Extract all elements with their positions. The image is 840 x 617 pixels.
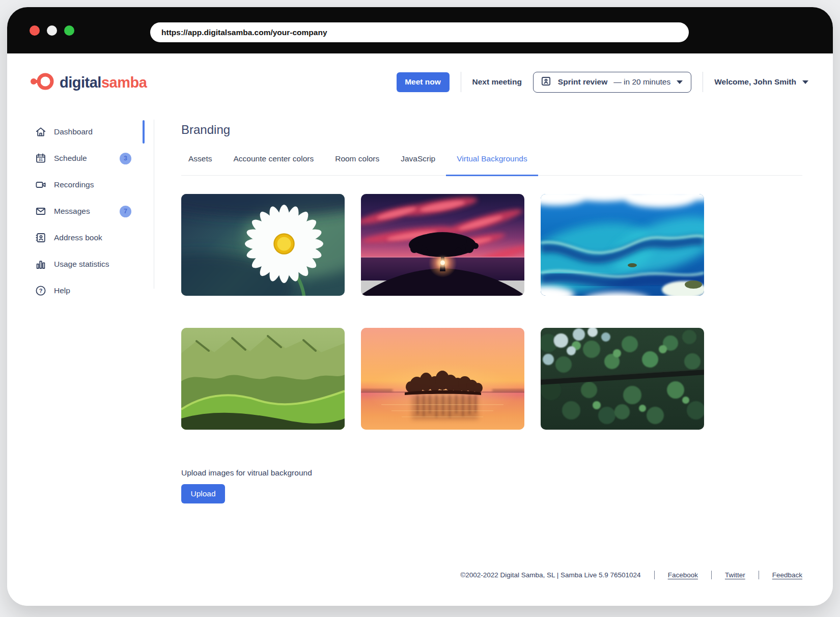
footer-divider xyxy=(711,571,712,579)
upload-caption: Upload images for vitrual background xyxy=(181,468,802,478)
logo-wordmark: digitalsamba xyxy=(60,74,147,91)
footer-divider xyxy=(654,571,655,579)
sidebar-item-recordings[interactable]: Recordings xyxy=(35,172,131,198)
meeting-time: — in 20 minutes xyxy=(613,77,670,87)
digitalsamba-logo: digitalsamba xyxy=(30,72,147,93)
sidebar-item-address-book[interactable]: Address book xyxy=(35,225,131,251)
sidebar-item-label: Usage statistics xyxy=(54,260,109,269)
sidebar-item-label: Schedule xyxy=(54,154,87,163)
logo-word-digital: digital xyxy=(60,74,101,91)
virtual-background-sunset-tree[interactable] xyxy=(361,194,524,296)
sidebar-item-label: Help xyxy=(54,286,70,295)
sidebar-item-messages[interactable]: Messages7 xyxy=(35,198,131,225)
footer: ©2002-2022 Digital Samba, SL | Samba Liv… xyxy=(460,571,802,579)
sidebar-item-label: Recordings xyxy=(54,180,94,189)
header-divider xyxy=(461,72,461,92)
contact-card-icon xyxy=(35,232,47,244)
app-body: digitalsamba Meet now Next meeting Sprin… xyxy=(7,53,833,606)
welcome-label: Welcome, John Smith xyxy=(714,77,796,87)
virtual-background-aerial-forest-road[interactable] xyxy=(541,328,704,430)
tab-javascrip[interactable]: JavaScrip xyxy=(390,154,446,175)
minimize-window-button[interactable] xyxy=(47,25,57,36)
meeting-title: Sprint review xyxy=(558,77,607,87)
footer-link-twitter[interactable]: Twitter xyxy=(725,571,745,579)
browser-window: https://app.digitalsamba.com/your-compan… xyxy=(7,7,833,606)
virtual-background-daisy-flower[interactable] xyxy=(181,194,345,296)
virtual-background-green-hills[interactable] xyxy=(181,328,345,430)
sidebar-item-help[interactable]: ?Help xyxy=(35,277,131,304)
footer-links: FacebookTwitterFeedback xyxy=(654,571,802,579)
footer-divider xyxy=(759,571,759,579)
sidebar-item-schedule[interactable]: 31Schedule3 xyxy=(35,145,131,172)
virtual-backgrounds-gallery xyxy=(181,194,802,430)
browser-chrome: https://app.digitalsamba.com/your-compan… xyxy=(7,7,833,53)
sidebar-nav: Dashboard31Schedule3RecordingsMessages7A… xyxy=(35,119,131,304)
svg-text:?: ? xyxy=(39,288,43,294)
question-circle-icon: ? xyxy=(35,285,47,297)
next-meeting-dropdown[interactable]: Sprint review — in 20 minutes xyxy=(533,72,691,93)
tab-assets[interactable]: Assets xyxy=(181,154,223,175)
home-icon xyxy=(35,126,47,138)
chevron-down-icon xyxy=(677,80,683,84)
header-divider xyxy=(703,72,703,92)
sidebar-item-label: Address book xyxy=(54,233,102,242)
url-bar[interactable]: https://app.digitalsamba.com/your-compan… xyxy=(150,22,689,42)
virtual-background-orange-sunset-island[interactable] xyxy=(361,328,524,430)
active-item-indicator xyxy=(143,120,145,144)
tab-virtual-backgrounds[interactable]: Virtual Backgrounds xyxy=(446,154,538,176)
close-window-button[interactable] xyxy=(30,25,40,36)
main-content: Branding AssetsAccounte center colorsRoo… xyxy=(181,123,802,503)
copyright-text: ©2002-2022 Digital Samba, SL | Samba Liv… xyxy=(460,571,640,579)
tab-accounte-center-colors[interactable]: Accounte center colors xyxy=(223,154,325,175)
tab-room-colors[interactable]: Room colors xyxy=(324,154,390,175)
notification-badge: 3 xyxy=(120,153,131,164)
calendar-icon: 31 xyxy=(35,152,47,164)
tab-bar: AssetsAccounte center colorsRoom colorsJ… xyxy=(181,154,802,176)
header-actions: Meet now Next meeting Sprint review — in… xyxy=(397,71,808,93)
footer-link-facebook[interactable]: Facebook xyxy=(668,571,698,579)
meet-now-button[interactable]: Meet now xyxy=(397,72,450,92)
page-title: Branding xyxy=(181,123,802,137)
logo-word-samba: samba xyxy=(101,74,147,91)
chevron-down-icon xyxy=(802,80,808,84)
sidebar-item-usage-statistics[interactable]: Usage statistics xyxy=(35,251,131,277)
video-camera-icon xyxy=(35,179,47,191)
sidebar-divider xyxy=(154,120,154,289)
window-controls xyxy=(30,25,74,36)
upload-button[interactable]: Upload xyxy=(181,484,225,503)
bar-chart-icon xyxy=(35,258,47,270)
next-meeting-label: Next meeting xyxy=(472,77,522,87)
sidebar-item-label: Dashboard xyxy=(54,127,93,136)
maximize-window-button[interactable] xyxy=(64,25,74,36)
logo-icon xyxy=(30,72,54,93)
envelope-icon xyxy=(35,205,47,217)
footer-link-feedback[interactable]: Feedback xyxy=(772,571,802,579)
meeting-card-icon xyxy=(540,75,552,89)
notification-badge: 7 xyxy=(120,206,131,217)
sidebar-item-label: Messages xyxy=(54,207,90,216)
svg-text:31: 31 xyxy=(39,158,43,161)
user-menu[interactable]: Welcome, John Smith xyxy=(714,77,808,87)
virtual-background-aerial-ocean[interactable] xyxy=(541,194,704,296)
sidebar-item-dashboard[interactable]: Dashboard xyxy=(35,119,131,145)
url-text: https://app.digitalsamba.com/your-compan… xyxy=(161,28,327,37)
